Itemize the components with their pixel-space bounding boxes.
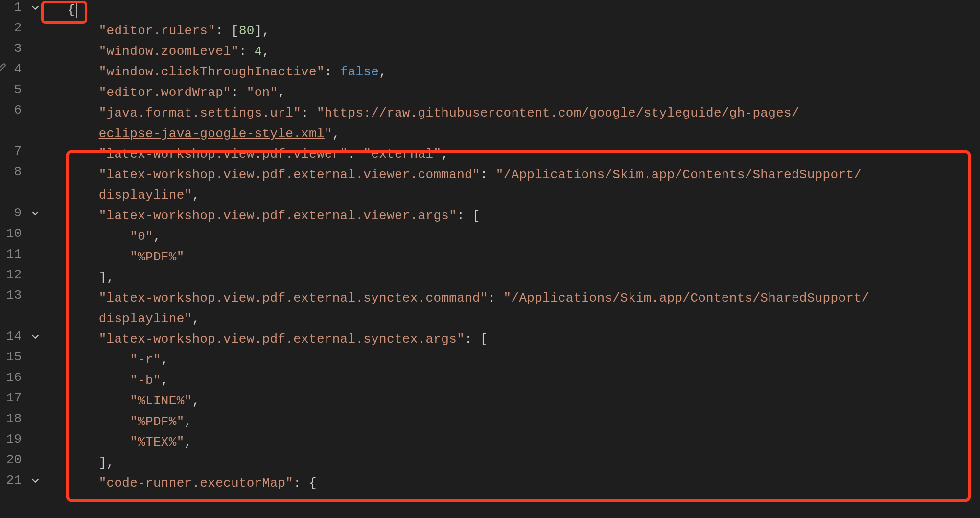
token-punct — [68, 106, 99, 120]
token-number: 80 — [239, 24, 255, 38]
code-line[interactable]: 8 "latex-workshop.view.pdf.external.view… — [0, 165, 980, 185]
code-line[interactable]: 9 "latex-workshop.view.pdf.external.view… — [0, 206, 980, 226]
code-content[interactable]: "latex-workshop.view.pdf.external.syncte… — [44, 288, 980, 308]
code-line-wrap[interactable]: displayline", — [0, 308, 980, 329]
code-content[interactable]: "latex-workshop.view.pdf.external.viewer… — [44, 165, 980, 185]
token-string: "window.zoomLevel" — [99, 44, 239, 59]
code-content[interactable]: "java.format.settings.url": "https://raw… — [44, 103, 980, 123]
code-content[interactable]: { — [44, 0, 980, 21]
code-content[interactable]: "latex-workshop.view.pdf.external.syncte… — [44, 329, 980, 350]
token-punct — [68, 229, 130, 244]
token-string: " — [325, 126, 332, 141]
code-content[interactable]: "%PDF%", — [44, 411, 980, 432]
code-content[interactable]: displayline", — [44, 308, 980, 329]
token-string: "latex-workshop.view.pdf.external.syncte… — [99, 291, 488, 306]
token-string: "external" — [363, 147, 441, 162]
code-line[interactable]: 18 "%PDF%", — [0, 411, 980, 432]
code-line[interactable]: 15 "-r", — [0, 350, 980, 370]
token-link: eclipse-java-google-style.xml — [99, 126, 325, 141]
fold-toggle-icon[interactable] — [29, 208, 41, 218]
line-number: 19 — [2, 432, 29, 447]
token-punct: ], — [99, 455, 115, 470]
gutter: 6 — [0, 103, 44, 118]
code-line-wrap[interactable]: eclipse-java-google-style.xml", — [0, 123, 980, 144]
code-content[interactable]: "%PDF%" — [44, 247, 980, 267]
token-punct — [68, 24, 99, 38]
code-line[interactable]: 4 "window.clickThroughInactive": false, — [0, 62, 980, 82]
code-content[interactable]: "window.clickThroughInactive": false, — [44, 62, 980, 82]
fold-toggle-icon[interactable] — [29, 331, 41, 341]
token-punct: : — [239, 44, 255, 59]
code-line[interactable]: 6 "java.format.settings.url": "https://r… — [0, 103, 980, 123]
token-punct — [68, 209, 99, 223]
gutter: 5 — [0, 82, 44, 97]
code-line[interactable]: 21 "code-runner.executorMap": { — [0, 473, 980, 494]
code-content[interactable]: "%LINE%", — [44, 391, 980, 411]
edit-pencil-icon — [0, 63, 7, 77]
token-punct — [68, 373, 130, 388]
token-punct: , — [185, 414, 192, 429]
code-line[interactable]: 2 "editor.rulers": [80], — [0, 21, 980, 41]
code-content[interactable]: "editor.wordWrap": "on", — [44, 82, 980, 103]
line-number: 14 — [2, 329, 29, 344]
code-line[interactable]: 10 "0", — [0, 226, 980, 247]
token-punct: , — [262, 44, 270, 59]
token-punct: , — [185, 435, 192, 449]
token-string: "on" — [247, 85, 278, 100]
token-punct — [68, 44, 99, 59]
token-punct: : { — [293, 476, 317, 491]
token-punct — [68, 353, 130, 367]
code-content[interactable]: "code-runner.executorMap": { — [44, 473, 980, 494]
text-cursor — [76, 3, 77, 18]
code-content[interactable]: "editor.rulers": [80], — [44, 21, 980, 41]
gutter: 14 — [0, 329, 44, 344]
code-line[interactable]: 7 "latex-workshop.view.pdf.viewer": "ext… — [0, 144, 980, 165]
code-line[interactable]: 17 "%LINE%", — [0, 391, 980, 411]
code-editor[interactable]: 1{2 "editor.rulers": [80],3 "window.zoom… — [0, 0, 980, 518]
token-punct — [68, 332, 99, 347]
code-content[interactable]: ], — [44, 452, 980, 473]
code-line[interactable]: 11 "%PDF%" — [0, 247, 980, 267]
code-content[interactable]: ], — [44, 267, 980, 288]
token-punct: , — [192, 394, 200, 408]
code-line[interactable]: 20 ], — [0, 452, 980, 473]
code-line[interactable]: 19 "%TEX%", — [0, 432, 980, 452]
code-content[interactable]: displayline", — [44, 185, 980, 206]
code-line-wrap[interactable]: displayline", — [0, 185, 980, 206]
code-content[interactable]: "latex-workshop.view.pdf.external.viewer… — [44, 206, 980, 226]
gutter: 16 — [0, 370, 44, 385]
token-punct — [68, 188, 99, 203]
token-punct — [68, 270, 99, 285]
token-string: "latex-workshop.view.pdf.external.viewer… — [99, 209, 457, 223]
code-content[interactable]: "-r", — [44, 350, 980, 370]
code-line[interactable]: 14 "latex-workshop.view.pdf.external.syn… — [0, 329, 980, 350]
code-line[interactable]: 16 "-b", — [0, 370, 980, 391]
fold-toggle-icon[interactable] — [29, 2, 41, 12]
token-punct — [68, 85, 99, 100]
code-line[interactable]: 3 "window.zoomLevel": 4, — [0, 41, 980, 62]
token-punct: : [ — [215, 24, 239, 38]
token-punct — [68, 291, 99, 306]
code-content[interactable]: "window.zoomLevel": 4, — [44, 41, 980, 62]
line-number: 2 — [2, 21, 29, 35]
code-content[interactable]: "-b", — [44, 370, 980, 391]
fold-toggle-icon[interactable] — [29, 475, 41, 485]
token-punct: : — [348, 147, 364, 162]
code-line[interactable]: 1{ — [0, 0, 980, 21]
code-content[interactable]: "%TEX%", — [44, 432, 980, 452]
code-content[interactable]: "0", — [44, 226, 980, 247]
code-line[interactable]: 5 "editor.wordWrap": "on", — [0, 82, 980, 103]
token-punct: : — [301, 106, 317, 120]
code-content[interactable]: "latex-workshop.view.pdf.viewer": "exter… — [44, 144, 980, 165]
line-number: 7 — [2, 144, 29, 159]
code-line[interactable]: 12 ], — [0, 267, 980, 288]
token-punct: , — [332, 126, 340, 141]
code-line[interactable]: 13 "latex-workshop.view.pdf.external.syn… — [0, 288, 980, 308]
gutter: 13 — [0, 288, 44, 303]
code-content[interactable]: eclipse-java-google-style.xml", — [44, 123, 980, 144]
token-string: displayline" — [99, 311, 192, 326]
token-punct — [68, 167, 99, 182]
editor-lines[interactable]: 1{2 "editor.rulers": [80],3 "window.zoom… — [0, 0, 980, 494]
token-punct — [68, 126, 99, 141]
token-string: " — [317, 106, 325, 120]
